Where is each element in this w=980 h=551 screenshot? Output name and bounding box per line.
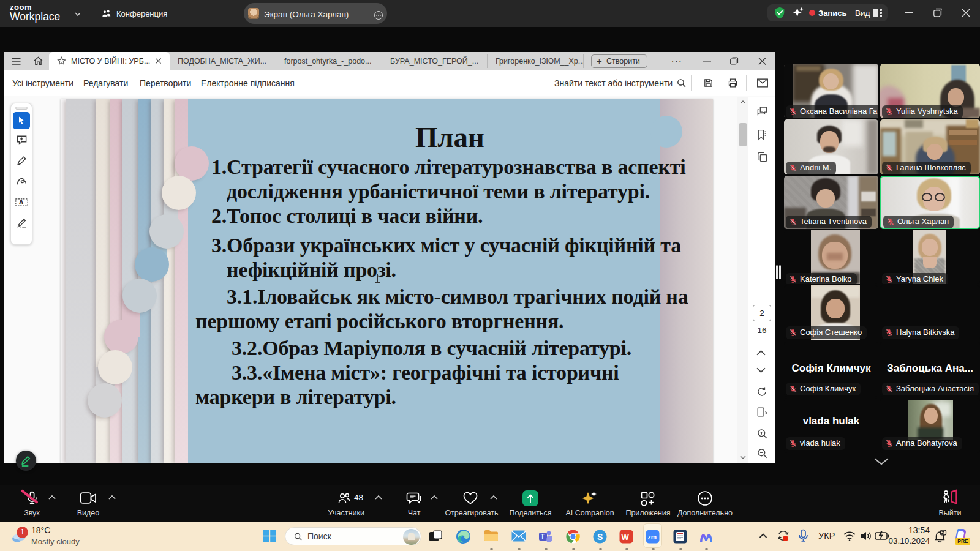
svg-text:A: A [19,198,24,206]
svg-text:T: T [541,533,545,540]
svg-text:W: W [621,533,629,542]
svg-text:zm: zm [648,533,657,541]
svg-text:S: S [597,532,603,542]
